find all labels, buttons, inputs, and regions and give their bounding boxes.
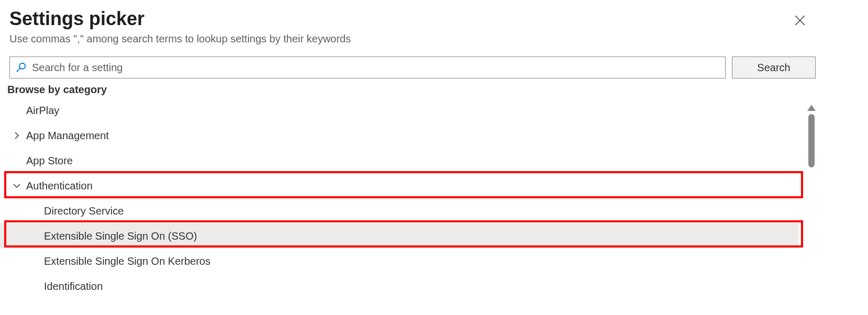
search-icon bbox=[15, 62, 27, 73]
search-input[interactable] bbox=[32, 62, 720, 74]
scroll-up-icon bbox=[807, 105, 816, 111]
svg-point-2 bbox=[19, 63, 25, 69]
category-airplay[interactable]: AirPlay bbox=[0, 98, 798, 123]
page-subtitle: Use commas "," among search terms to loo… bbox=[9, 33, 859, 45]
category-app-management[interactable]: App Management bbox=[0, 123, 798, 148]
page-title: Settings picker bbox=[9, 7, 859, 30]
category-label: App Store bbox=[26, 155, 73, 167]
subcategory-label: Extensible Single Sign On Kerberos bbox=[44, 255, 210, 267]
subcategory-extensible-sso[interactable]: Extensible Single Sign On (SSO) bbox=[0, 223, 798, 249]
category-label: App Management bbox=[26, 130, 109, 142]
search-box[interactable] bbox=[9, 57, 726, 78]
subcategory-label: Directory Service bbox=[44, 205, 124, 217]
category-label: Authentication bbox=[26, 180, 93, 192]
scroll-thumb[interactable] bbox=[808, 114, 815, 167]
subcategory-label: Identification bbox=[44, 280, 103, 292]
close-button[interactable] bbox=[791, 12, 809, 30]
category-authentication[interactable]: Authentication bbox=[0, 173, 798, 198]
subcategory-label: Extensible Single Sign On (SSO) bbox=[44, 230, 197, 242]
close-icon bbox=[794, 14, 806, 28]
tree-scrollbar[interactable] bbox=[807, 105, 816, 303]
browse-by-category-label: Browse by category bbox=[0, 78, 868, 96]
subcategory-identification[interactable]: Identification bbox=[0, 274, 798, 299]
category-app-store[interactable]: App Store bbox=[0, 148, 798, 173]
search-button[interactable]: Search bbox=[732, 57, 816, 78]
chevron-down-icon bbox=[12, 181, 22, 191]
subcategory-extensible-sso-kerberos[interactable]: Extensible Single Sign On Kerberos bbox=[0, 249, 798, 274]
subcategory-directory-service[interactable]: Directory Service bbox=[0, 198, 798, 223]
svg-line-3 bbox=[17, 69, 20, 72]
category-label: AirPlay bbox=[26, 105, 59, 117]
category-tree: AirPlay App Management App Store Authent… bbox=[0, 96, 868, 299]
chevron-right-icon bbox=[12, 130, 22, 141]
